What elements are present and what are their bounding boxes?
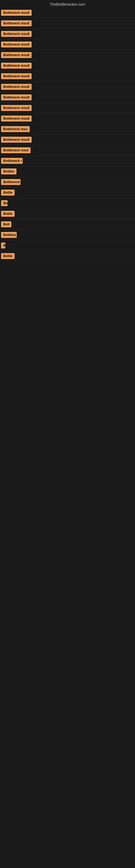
list-item: Bottleneck result xyxy=(0,82,135,92)
bottleneck-result-badge[interactable]: Bottleneck result xyxy=(1,52,32,58)
bottleneck-result-badge[interactable]: Bottleneck result xyxy=(1,73,32,79)
bottleneck-result-badge[interactable]: Bottleneck result xyxy=(1,105,32,111)
list-item: Bottle xyxy=(0,187,135,198)
list-item: Bottleneck result xyxy=(0,103,135,113)
bottleneck-result-badge[interactable]: Bottleneck result xyxy=(1,20,32,26)
list-item: Bo xyxy=(0,198,135,209)
list-item: Bottleneck r xyxy=(0,156,135,166)
bottleneck-result-badge[interactable]: Bottle xyxy=(1,253,14,259)
list-item: Bottleneck result xyxy=(0,61,135,71)
bottleneck-result-badge[interactable]: Bottleneck result xyxy=(1,116,32,122)
bottleneck-result-badge[interactable]: Bottle xyxy=(1,190,14,195)
list-item: Bottle xyxy=(0,251,135,261)
bottleneck-result-badge[interactable]: Bottleneck resul xyxy=(1,147,31,153)
bottleneck-result-badge[interactable]: Bottle xyxy=(1,211,14,217)
list-item: Bottleneck result xyxy=(0,71,135,82)
list-item: Bottleneck result xyxy=(0,113,135,124)
list-item: Bottleneck xyxy=(0,177,135,187)
bottleneck-result-badge[interactable]: Bottlen xyxy=(1,168,16,175)
list-item: Bottleneck resu xyxy=(0,124,135,134)
bottleneck-result-badge[interactable]: Bottleneck result xyxy=(1,94,32,100)
list-item: Bottle xyxy=(0,209,135,219)
bottleneck-result-badge[interactable]: Bottleneck r xyxy=(1,158,23,164)
bottleneck-result-badge[interactable]: Bo xyxy=(1,200,8,206)
list-item: Bottleneck result xyxy=(0,134,135,145)
site-title: TheBottlenecker.com xyxy=(0,0,135,8)
list-item: Bottlens xyxy=(0,230,135,240)
bottleneck-result-badge[interactable]: Bottleneck result xyxy=(1,31,32,37)
list-item: Bottleneck result xyxy=(0,39,135,50)
list-item: Bottleneck result xyxy=(0,8,135,18)
list-item: Bottleneck result xyxy=(0,92,135,103)
bottleneck-result-badge[interactable]: Bottlens xyxy=(1,232,17,238)
bottleneck-result-badge[interactable]: Bottleneck result xyxy=(1,10,32,16)
bottleneck-result-badge[interactable]: B xyxy=(1,243,5,248)
bottleneck-result-badge[interactable]: Bottleneck result xyxy=(1,63,32,69)
bottleneck-result-badge[interactable]: Bottleneck resu xyxy=(1,126,30,132)
bottleneck-result-badge[interactable]: Bott xyxy=(1,221,11,227)
bottleneck-result-badge[interactable]: Bottleneck result xyxy=(1,137,32,143)
list-item: Bottleneck result xyxy=(0,29,135,39)
bottleneck-result-badge[interactable]: Bottleneck xyxy=(1,179,20,185)
bottleneck-result-badge[interactable]: Bottleneck result xyxy=(1,84,32,90)
list-item: Bottleneck result xyxy=(0,50,135,61)
list-item: Bottlen xyxy=(0,166,135,177)
list-item: Bottleneck resul xyxy=(0,145,135,156)
bottleneck-result-badge[interactable]: Bottleneck result xyxy=(1,41,32,48)
list-item: Bott xyxy=(0,219,135,230)
list-item: Bottleneck result xyxy=(0,18,135,29)
list-item: B xyxy=(0,240,135,251)
